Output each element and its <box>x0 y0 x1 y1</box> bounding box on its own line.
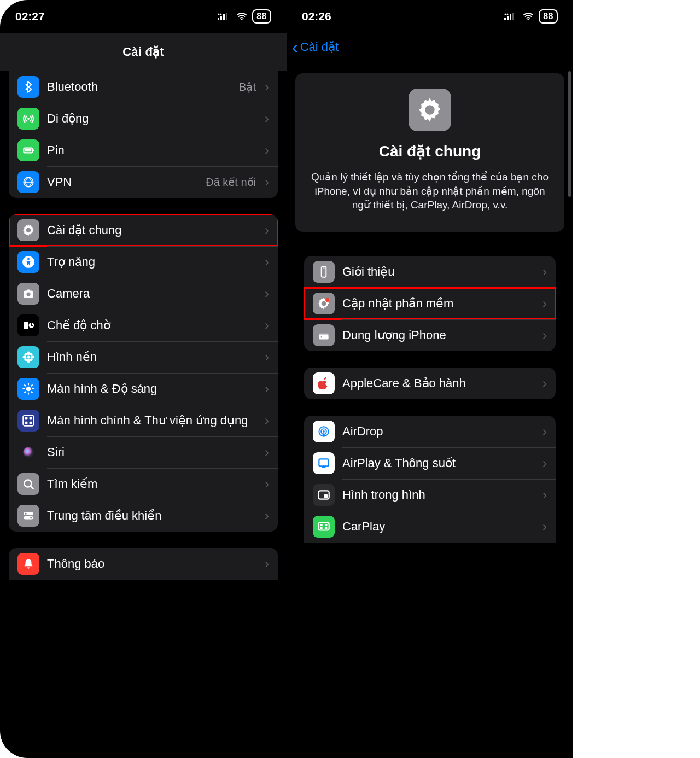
row-label: Chế độ chờ <box>47 318 257 333</box>
svg-rect-59 <box>223 14 225 20</box>
row-label: AirDrop <box>342 424 535 439</box>
row-airplay[interactable]: AirPlay & Thông suốt› <box>304 447 556 479</box>
row-applecare[interactable]: AppleCare & Bảo hành› <box>304 368 556 399</box>
wifi-icon <box>522 10 534 22</box>
row-label: Camera <box>47 287 257 301</box>
scrollbar[interactable] <box>568 71 571 197</box>
chevron-right-icon: › <box>542 264 547 279</box>
svg-point-68 <box>507 13 509 15</box>
row-pip[interactable]: Hình trong hình› <box>304 479 556 511</box>
search-icon <box>18 473 39 495</box>
group-about: Giới thiệu›Cập nhật phần mềm›Dung lượng … <box>304 256 556 351</box>
svg-rect-60 <box>226 13 228 20</box>
row-storage[interactable]: Dung lượng iPhone› <box>304 319 556 351</box>
row-label: Pin <box>47 143 257 158</box>
chevron-right-icon: › <box>265 349 269 365</box>
row-label: Trợ năng <box>47 255 257 269</box>
chevron-right-icon: › <box>265 413 269 428</box>
row-wallpaper[interactable]: Hình nền› <box>9 341 278 373</box>
airdrop-icon <box>313 421 335 442</box>
battery-pill: 88 <box>539 9 558 24</box>
signal-icon <box>217 13 231 21</box>
batt-icon <box>18 139 39 161</box>
row-carplay[interactable]: CarPlay› <box>304 511 556 543</box>
row-label: Bluetooth <box>47 80 231 94</box>
row-siri[interactable]: Siri› <box>9 436 278 468</box>
signal-icon <box>504 13 518 21</box>
row-label: Cài đặt chung <box>47 223 257 237</box>
hero-description: Quản lý thiết lập và tùy chọn tổng thể c… <box>310 170 550 212</box>
svg-rect-57 <box>218 18 219 20</box>
hero-title: Cài đặt chung <box>310 142 550 160</box>
phone-general: 02:26 88 ‹ Cài đặt Cài đặt chung Quản lý… <box>287 0 573 758</box>
chevron-right-icon: › <box>265 79 269 95</box>
svg-point-61 <box>218 13 220 15</box>
row-label: Tìm kiếm <box>47 477 257 491</box>
flower-icon <box>18 346 39 368</box>
back-button[interactable]: ‹ Cài đặt <box>292 38 339 56</box>
row-cellular[interactable]: Di động› <box>9 103 278 135</box>
row-label: Hình trong hình <box>342 488 535 502</box>
carplay-icon <box>313 516 335 538</box>
chevron-right-icon: › <box>542 519 547 534</box>
row-display[interactable]: Màn hình & Độ sáng› <box>9 373 278 405</box>
status-time: 02:26 <box>302 10 331 23</box>
back-label: Cài đặt <box>300 40 339 54</box>
svg-rect-66 <box>512 13 514 20</box>
row-label: Dung lượng iPhone <box>342 328 535 342</box>
row-general[interactable]: Cài đặt chung› <box>9 214 278 246</box>
hero-card: Cài đặt chung Quản lý thiết lập và tùy c… <box>295 73 564 232</box>
row-accessibility[interactable]: Trợ năng› <box>9 246 278 278</box>
chevron-right-icon: › <box>265 286 269 301</box>
row-standby[interactable]: Chế độ chờ› <box>9 310 278 341</box>
chevron-left-icon: ‹ <box>292 38 298 56</box>
svg-point-62 <box>220 13 222 15</box>
chevron-right-icon: › <box>265 445 269 460</box>
siri-icon <box>18 441 39 463</box>
row-vpn[interactable]: VPNĐã kết nối› <box>9 166 278 198</box>
row-label: VPN <box>47 175 198 189</box>
chevron-right-icon: › <box>265 381 269 397</box>
row-battery[interactable]: Pin› <box>9 135 278 166</box>
row-label: Trung tâm điều khiển <box>47 509 257 523</box>
row-about[interactable]: Giới thiệu› <box>304 256 556 288</box>
switches-icon <box>18 505 39 527</box>
globe-icon <box>18 171 39 193</box>
bt-icon <box>18 76 39 98</box>
svg-rect-58 <box>220 16 222 20</box>
row-label: Thông báo <box>47 557 257 571</box>
phone-settings-root: 02:27 88 Cài đặt BluetoothBật›Di động›Pi… <box>0 0 287 758</box>
chevron-right-icon: › <box>265 111 269 126</box>
standby-icon <box>18 314 39 336</box>
row-label: AppleCare & Bảo hành <box>342 376 535 390</box>
row-control[interactable]: Trung tâm điều khiển› <box>9 500 278 532</box>
row-update[interactable]: Cập nhật phần mềm› <box>304 288 556 319</box>
row-label: Giới thiệu <box>342 265 535 279</box>
cam-icon <box>18 283 39 305</box>
phone-icon <box>313 261 335 283</box>
row-search[interactable]: Tìm kiếm› <box>9 468 278 500</box>
group-notifications: Thông báo› <box>9 548 278 580</box>
group-applecare: AppleCare & Bảo hành› <box>304 368 556 399</box>
svg-rect-64 <box>507 16 509 20</box>
row-home[interactable]: Màn hình chính & Thư viện ứng dụng› <box>9 405 278 436</box>
sun-icon <box>18 378 39 400</box>
row-label: Di động <box>47 112 257 126</box>
row-label: Hình nền <box>47 350 257 364</box>
airplay-icon <box>313 452 335 474</box>
group-connectivity: BluetoothBật›Di động›Pin›VPNĐã kết nối› <box>9 71 278 198</box>
row-camera[interactable]: Camera› <box>9 278 278 310</box>
svg-rect-65 <box>510 14 511 20</box>
row-airdrop[interactable]: AirDrop› <box>304 416 556 447</box>
row-notifications[interactable]: Thông báo› <box>9 548 278 580</box>
wifi-icon <box>236 10 248 22</box>
row-bluetooth[interactable]: BluetoothBật› <box>9 71 278 103</box>
chevron-right-icon: › <box>542 328 547 343</box>
gear-icon <box>409 89 451 131</box>
chevron-right-icon: › <box>542 424 547 439</box>
row-value: Đã kết nối <box>206 176 256 189</box>
chevron-right-icon: › <box>265 318 269 333</box>
svg-point-67 <box>505 13 506 15</box>
status-bar: 02:27 88 <box>0 0 287 33</box>
row-label: Màn hình chính & Thư viện ứng dụng <box>47 413 257 428</box>
